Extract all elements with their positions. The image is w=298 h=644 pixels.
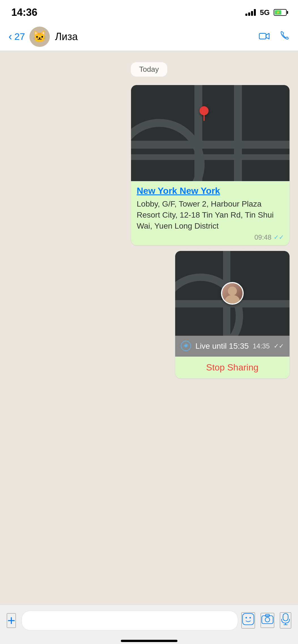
- location-message[interactable]: New York New York Lobby, G/F, Tower 2, H…: [131, 85, 290, 245]
- svg-point-1: [228, 287, 237, 296]
- live-time: 14:35: [253, 342, 270, 350]
- live-status-bar: Live until 15:35 14:35 ✓✓: [175, 336, 290, 357]
- stop-sharing-section: Stop Sharing: [175, 357, 290, 378]
- svg-rect-7: [262, 616, 273, 624]
- camera-button[interactable]: [261, 613, 274, 628]
- svg-point-5: [246, 617, 247, 619]
- svg-point-2: [225, 295, 240, 303]
- map-pin-icon: [200, 106, 209, 121]
- microphone-button[interactable]: [280, 612, 291, 628]
- live-read-receipt: ✓✓: [274, 342, 284, 350]
- contact-name: Лиза: [55, 31, 259, 43]
- date-text: Today: [131, 62, 167, 77]
- chat-header: ‹ 27 🐱 Лиза: [0, 23, 298, 51]
- live-location-message[interactable]: Live until 15:35 14:35 ✓✓ Stop Sharing: [175, 251, 290, 378]
- phone-call-icon[interactable]: [280, 31, 290, 43]
- home-indicator: [0, 636, 298, 644]
- back-button[interactable]: ‹ 27: [8, 31, 25, 43]
- date-badge: Today: [6, 62, 292, 77]
- svg-rect-0: [259, 33, 266, 39]
- header-actions: [259, 31, 290, 43]
- message-meta-1: 09:48 ✓✓: [137, 233, 284, 241]
- stop-sharing-button[interactable]: Stop Sharing: [206, 362, 258, 373]
- location-address: Lobby, G/F, Tower 2, Harbour Plaza Resor…: [137, 198, 284, 232]
- svg-rect-4: [243, 613, 254, 625]
- svg-point-8: [265, 617, 270, 622]
- avatar[interactable]: 🐱: [29, 27, 50, 47]
- add-attachment-button[interactable]: +: [7, 613, 16, 628]
- message-time-1: 09:48: [254, 233, 271, 241]
- message-input[interactable]: [22, 611, 238, 630]
- status-bar: 14:36 5G ⚡: [0, 0, 298, 23]
- video-call-icon[interactable]: [259, 31, 270, 43]
- live-nav-icon: [181, 341, 192, 352]
- svg-rect-10: [283, 613, 288, 621]
- location-map-thumbnail: [131, 85, 290, 181]
- messages-list: New York New York Lobby, G/F, Tower 2, H…: [6, 85, 292, 497]
- battery-icon: ⚡: [274, 9, 287, 16]
- chat-area: Today New York New: [0, 51, 298, 605]
- status-time: 14:36: [11, 6, 37, 18]
- home-bar: [121, 640, 177, 642]
- status-icons: 5G ⚡: [245, 8, 287, 17]
- input-bar: +: [0, 605, 298, 636]
- signal-bars-icon: [245, 9, 256, 16]
- location-info: New York New York Lobby, G/F, Tower 2, H…: [131, 181, 290, 245]
- back-chevron-icon: ‹: [8, 31, 12, 43]
- sticker-button[interactable]: [241, 612, 255, 628]
- live-status-text: Live until 15:35: [196, 342, 249, 351]
- live-map-thumbnail: [175, 251, 290, 336]
- back-count: 27: [14, 31, 25, 42]
- read-receipt-1: ✓✓: [274, 234, 284, 241]
- live-location-avatar: [221, 282, 244, 305]
- location-name[interactable]: New York New York: [137, 186, 284, 196]
- signal-type: 5G: [260, 8, 270, 17]
- svg-point-6: [250, 617, 251, 619]
